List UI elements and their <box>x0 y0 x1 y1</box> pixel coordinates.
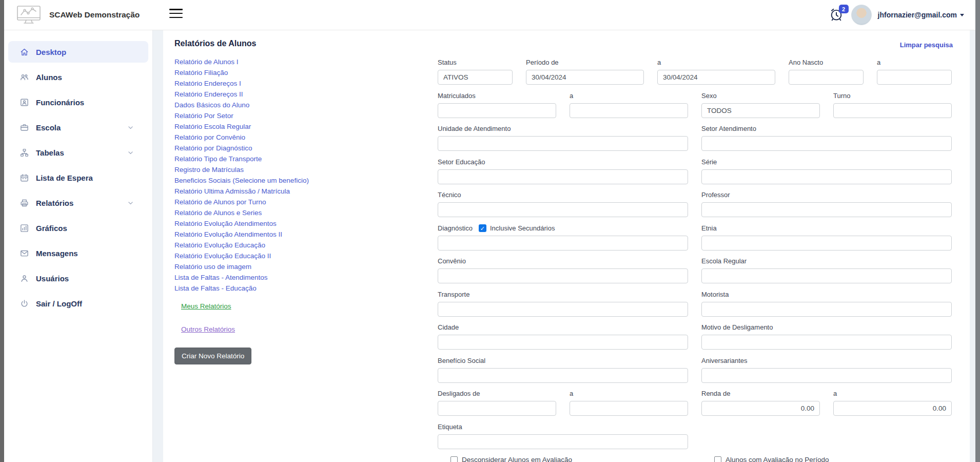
a-input[interactable] <box>570 103 688 118</box>
my-reports-link[interactable]: Meus Relatórios <box>181 302 231 310</box>
sidebar-item-escola[interactable]: Escola <box>8 117 148 138</box>
sexo-input[interactable] <box>701 103 820 118</box>
sidebar-item-graficos[interactable]: Gráficos <box>8 217 148 239</box>
a-input[interactable] <box>657 70 775 85</box>
report-link-relatorio-evolucao-atendimentos[interactable]: Relatório Evolução Atendimentos <box>174 218 395 229</box>
status-input[interactable] <box>438 70 513 85</box>
create-report-button[interactable]: Criar Novo Relatório <box>174 348 251 364</box>
form-field-setor-educacao: Setor Educação <box>438 158 688 184</box>
field-label: Etiqueta <box>438 423 462 431</box>
scrollbar[interactable] <box>975 0 980 462</box>
report-link-lista-de-faltas-atendimentos[interactable]: Lista de Faltas - Atendimentos <box>174 272 395 283</box>
setor-atendimento-input[interactable] <box>701 136 952 151</box>
matriculados-input[interactable] <box>438 103 556 118</box>
checkbox-icon[interactable]: ✓ <box>479 224 486 232</box>
professor-input[interactable] <box>701 202 952 217</box>
turno-input[interactable] <box>833 103 952 118</box>
other-reports-link[interactable]: Outros Relatórios <box>181 325 235 333</box>
sidebar-item-relatorios[interactable]: Relatórios <box>8 192 148 214</box>
renda-de-input[interactable] <box>701 401 820 416</box>
serie-input[interactable] <box>701 169 952 184</box>
etnia-input[interactable] <box>701 236 952 251</box>
field-label: Diagnóstico <box>438 224 473 233</box>
app-title: SCAWeb Demonstração <box>49 0 140 30</box>
report-link-relatorio-filiacao[interactable]: Relatório Filiação <box>174 67 395 78</box>
checkbox-desconsiderar-alunos-em-avaliacao[interactable]: Desconsiderar Alunos em Avaliação <box>450 456 572 462</box>
menu-toggle-icon[interactable] <box>169 9 183 21</box>
notifications-button[interactable]: 2 <box>829 6 845 24</box>
app-logo-icon <box>15 5 42 26</box>
field-label: Escola Regular <box>701 257 747 265</box>
a-input[interactable] <box>877 70 952 85</box>
sidebar-item-tabelas[interactable]: Tabelas <box>8 142 148 163</box>
report-link-relatorio-evolucao-educacao-ii[interactable]: Relatório Evolução Educação II <box>174 251 395 261</box>
report-link-relatorio-por-convenio[interactable]: Relatório por Convênio <box>174 132 395 143</box>
convenio-input[interactable] <box>438 268 688 283</box>
a-input[interactable] <box>833 401 952 416</box>
sidebar-item-funcionarios[interactable]: Funcionários <box>8 91 148 113</box>
clear-search-link[interactable]: Limpar pesquisa <box>900 41 953 49</box>
report-link-dados-basicos-do-aluno[interactable]: Dados Básicos do Aluno <box>174 100 395 110</box>
diagnostico-input[interactable] <box>438 236 688 251</box>
form-field-tecnico: Técnico <box>438 191 688 217</box>
sidebar-item-usuarios[interactable]: Usuários <box>8 267 148 289</box>
report-link-relatorio-evolucao-educacao[interactable]: Relatório Evolução Educação <box>174 240 395 251</box>
avatar[interactable] <box>851 5 872 25</box>
sidebar-item-sair-logoff[interactable]: Sair / LogOff <box>8 293 148 314</box>
report-link-relatorio-enderecos-ii[interactable]: Relatório Endereços II <box>174 89 395 100</box>
sidebar-item-alunos[interactable]: Alunos <box>8 66 148 88</box>
motorista-input[interactable] <box>701 302 952 317</box>
report-link-relatorio-tipo-de-transporte[interactable]: Relatório Tipo de Transporte <box>174 153 395 164</box>
checkbox-icon[interactable] <box>714 456 721 462</box>
header: SCAWeb Demonstração 2 jhfornazier@gmail.… <box>4 0 975 30</box>
escola-regular-input[interactable] <box>701 268 952 283</box>
beneficio-social-input[interactable] <box>438 368 688 383</box>
report-link-relatorio-evolucao-atendimentos-ii[interactable]: Relatório Evolução Atendimentos II <box>174 229 395 240</box>
notification-badge: 2 <box>839 5 849 13</box>
report-link-lista-de-faltas-educacao[interactable]: Lista de Faltas - Educação <box>174 283 395 294</box>
form-field-unidade-de-atendimento: Unidade de Atendimento <box>438 125 688 151</box>
checkbox-alunos-com-avaliacao-no-periodo[interactable]: Alunos com Avaliação no Período <box>714 456 829 462</box>
transporte-input[interactable] <box>438 302 688 317</box>
tecnico-input[interactable] <box>438 202 688 217</box>
report-link-relatorio-de-alunos-i[interactable]: Relatório de Alunos I <box>174 56 395 67</box>
checkbox-icon[interactable] <box>450 456 458 462</box>
report-link-relatorio-escola-regular[interactable]: Relatório Escola Regular <box>174 121 395 132</box>
field-label: Setor Educação <box>438 158 485 166</box>
sidebar-item-desktop[interactable]: Desktop <box>8 41 148 63</box>
user-menu[interactable]: jhfornazier@gmail.com <box>878 11 964 19</box>
report-link-beneficios-sociais-selecione-um-beneficio[interactable]: Beneficios Sociais (Selecione um benefic… <box>174 175 395 186</box>
field-label: Motivo de Desligamento <box>701 323 773 332</box>
unidade-de-atendimento-input[interactable] <box>438 136 688 151</box>
field-label: Status <box>438 59 457 67</box>
report-link-relatorio-por-diagnostico[interactable]: Relatório por Diagnóstico <box>174 143 395 153</box>
field-label: Matriculados <box>438 92 476 100</box>
periodo-de-input[interactable] <box>526 70 644 85</box>
chevron-down-icon <box>960 14 964 16</box>
cidade-input[interactable] <box>438 335 688 350</box>
desligados-de-input[interactable] <box>438 401 556 416</box>
checkbox-inclusive-secundarios[interactable]: ✓Inclusive Secundários <box>479 224 555 233</box>
field-label: Cidade <box>438 323 459 332</box>
sidebar-item-lista-de-espera[interactable]: Lista de Espera <box>8 167 148 188</box>
setor-educacao-input[interactable] <box>438 169 688 184</box>
report-link-relatorio-enderecos-i[interactable]: Relatório Endereços I <box>174 78 395 89</box>
a-input[interactable] <box>570 401 688 416</box>
field-label: Ano Nascto <box>789 59 823 67</box>
ano-nascto-input[interactable] <box>789 70 864 85</box>
field-label: Sexo <box>701 92 717 100</box>
etiqueta-input[interactable] <box>438 434 688 449</box>
field-label: Renda de <box>701 390 730 398</box>
sidebar-item-mensagens[interactable]: Mensagens <box>8 242 148 264</box>
report-link-relatorio-ultima-admissao-matricula[interactable]: Relatório Ultima Admissão / Matrícula <box>174 186 395 197</box>
report-link-registro-de-matriculas[interactable]: Registro de Matrículas <box>174 164 395 175</box>
report-link-relatorio-por-setor[interactable]: Relatório Por Setor <box>174 110 395 121</box>
report-link-relatorio-de-alunos-por-turno[interactable]: Relatório de Alunos por Turno <box>174 197 395 207</box>
sidebar-item-label: Escola <box>36 123 61 132</box>
field-label: Etnia <box>701 224 717 233</box>
aniversariantes-input[interactable] <box>701 368 952 383</box>
form-field-transporte: Transporte <box>438 291 688 317</box>
report-link-relatorio-de-alunos-e-series[interactable]: Relatório de Alunos e Series <box>174 207 395 218</box>
report-link-relatorio-uso-de-imagem[interactable]: Relatório uso de imagem <box>174 261 395 272</box>
motivo-de-desligamento-input[interactable] <box>701 335 952 350</box>
